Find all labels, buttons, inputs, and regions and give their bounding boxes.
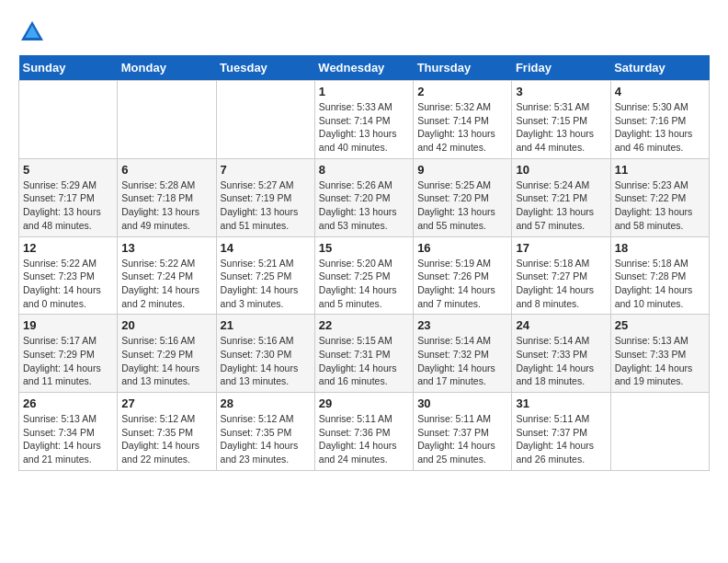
day-number: 20 — [121, 318, 211, 332]
calendar-cell: 14Sunrise: 5:21 AM Sunset: 7:25 PM Dayli… — [216, 236, 314, 315]
day-info: Sunrise: 5:31 AM Sunset: 7:15 PM Dayligh… — [516, 100, 606, 155]
day-number: 16 — [417, 241, 507, 255]
day-info: Sunrise: 5:12 AM Sunset: 7:35 PM Dayligh… — [221, 412, 311, 466]
calendar-cell — [216, 81, 314, 159]
day-number: 22 — [319, 318, 409, 332]
calendar-cell: 5Sunrise: 5:29 AM Sunset: 7:17 PM Daylig… — [19, 158, 118, 236]
calendar-cell: 31Sunrise: 5:11 AM Sunset: 7:37 PM Dayli… — [512, 393, 610, 471]
day-number: 1 — [319, 85, 409, 98]
day-info: Sunrise: 5:13 AM Sunset: 7:33 PM Dayligh… — [615, 334, 705, 388]
day-info: Sunrise: 5:32 AM Sunset: 7:14 PM Dayligh… — [417, 100, 507, 155]
calendar-cell: 13Sunrise: 5:22 AM Sunset: 7:24 PM Dayli… — [118, 236, 216, 315]
day-info: Sunrise: 5:12 AM Sunset: 7:35 PM Dayligh… — [121, 412, 211, 466]
day-info: Sunrise: 5:22 AM Sunset: 7:24 PM Dayligh… — [121, 257, 211, 311]
day-number: 15 — [319, 241, 409, 255]
calendar-cell: 4Sunrise: 5:30 AM Sunset: 7:16 PM Daylig… — [610, 81, 709, 159]
column-header-friday: Friday — [512, 55, 610, 81]
day-info: Sunrise: 5:18 AM Sunset: 7:27 PM Dayligh… — [516, 257, 606, 311]
calendar-cell: 27Sunrise: 5:12 AM Sunset: 7:35 PM Dayli… — [118, 393, 216, 471]
day-info: Sunrise: 5:25 AM Sunset: 7:20 PM Dayligh… — [417, 178, 507, 233]
day-info: Sunrise: 5:20 AM Sunset: 7:25 PM Dayligh… — [319, 257, 409, 311]
day-info: Sunrise: 5:27 AM Sunset: 7:19 PM Dayligh… — [221, 178, 311, 233]
day-info: Sunrise: 5:15 AM Sunset: 7:31 PM Dayligh… — [319, 334, 409, 388]
calendar-cell: 28Sunrise: 5:12 AM Sunset: 7:35 PM Dayli… — [216, 393, 314, 471]
day-info: Sunrise: 5:13 AM Sunset: 7:34 PM Dayligh… — [23, 412, 113, 466]
day-number: 18 — [615, 241, 705, 255]
calendar-cell: 16Sunrise: 5:19 AM Sunset: 7:26 PM Dayli… — [414, 236, 512, 315]
calendar-week-row: 1Sunrise: 5:33 AM Sunset: 7:14 PM Daylig… — [19, 81, 710, 159]
day-info: Sunrise: 5:16 AM Sunset: 7:30 PM Dayligh… — [221, 334, 311, 388]
day-info: Sunrise: 5:28 AM Sunset: 7:18 PM Dayligh… — [121, 178, 211, 233]
calendar-cell: 26Sunrise: 5:13 AM Sunset: 7:34 PM Dayli… — [19, 393, 118, 471]
calendar-cell: 25Sunrise: 5:13 AM Sunset: 7:33 PM Dayli… — [610, 315, 709, 393]
column-header-wednesday: Wednesday — [314, 55, 413, 81]
column-header-thursday: Thursday — [414, 55, 512, 81]
day-number: 28 — [221, 396, 311, 410]
day-number: 19 — [23, 318, 113, 332]
calendar-cell: 20Sunrise: 5:16 AM Sunset: 7:29 PM Dayli… — [118, 315, 216, 393]
day-info: Sunrise: 5:22 AM Sunset: 7:23 PM Dayligh… — [23, 257, 113, 311]
column-header-saturday: Saturday — [610, 55, 709, 81]
day-number: 17 — [516, 241, 606, 255]
day-number: 6 — [121, 163, 211, 177]
day-info: Sunrise: 5:24 AM Sunset: 7:21 PM Dayligh… — [516, 178, 606, 233]
day-info: Sunrise: 5:33 AM Sunset: 7:14 PM Dayligh… — [319, 100, 409, 155]
day-number: 8 — [319, 163, 409, 177]
day-info: Sunrise: 5:14 AM Sunset: 7:32 PM Dayligh… — [417, 334, 507, 388]
column-header-monday: Monday — [118, 55, 216, 81]
day-number: 9 — [417, 163, 507, 177]
calendar-cell — [118, 81, 216, 159]
calendar-cell: 24Sunrise: 5:14 AM Sunset: 7:33 PM Dayli… — [512, 315, 610, 393]
calendar-table: SundayMondayTuesdayWednesdayThursdayFrid… — [18, 55, 710, 471]
day-info: Sunrise: 5:11 AM Sunset: 7:37 PM Dayligh… — [516, 412, 606, 466]
calendar-cell: 17Sunrise: 5:18 AM Sunset: 7:27 PM Dayli… — [512, 236, 610, 315]
day-number: 4 — [615, 85, 705, 98]
day-info: Sunrise: 5:23 AM Sunset: 7:22 PM Dayligh… — [615, 178, 705, 233]
calendar-cell: 19Sunrise: 5:17 AM Sunset: 7:29 PM Dayli… — [19, 315, 118, 393]
day-number: 27 — [121, 396, 211, 410]
logo — [18, 18, 50, 46]
day-number: 3 — [516, 85, 606, 98]
day-info: Sunrise: 5:11 AM Sunset: 7:36 PM Dayligh… — [319, 412, 409, 466]
day-info: Sunrise: 5:19 AM Sunset: 7:26 PM Dayligh… — [417, 257, 507, 311]
calendar-cell: 21Sunrise: 5:16 AM Sunset: 7:30 PM Dayli… — [216, 315, 314, 393]
calendar-cell: 15Sunrise: 5:20 AM Sunset: 7:25 PM Dayli… — [314, 236, 413, 315]
day-info: Sunrise: 5:30 AM Sunset: 7:16 PM Dayligh… — [615, 100, 705, 155]
day-number: 29 — [319, 396, 409, 410]
day-number: 7 — [221, 163, 311, 177]
calendar-cell: 30Sunrise: 5:11 AM Sunset: 7:37 PM Dayli… — [414, 393, 512, 471]
day-number: 10 — [516, 163, 606, 177]
calendar-cell — [19, 81, 118, 159]
day-number: 23 — [417, 318, 507, 332]
calendar-week-row: 12Sunrise: 5:22 AM Sunset: 7:23 PM Dayli… — [19, 236, 710, 315]
day-number: 12 — [23, 241, 113, 255]
page-header — [18, 18, 710, 46]
day-info: Sunrise: 5:18 AM Sunset: 7:28 PM Dayligh… — [615, 257, 705, 311]
day-info: Sunrise: 5:16 AM Sunset: 7:29 PM Dayligh… — [121, 334, 211, 388]
day-number: 14 — [221, 241, 311, 255]
day-number: 30 — [417, 396, 507, 410]
calendar-cell: 22Sunrise: 5:15 AM Sunset: 7:31 PM Dayli… — [314, 315, 413, 393]
calendar-cell: 18Sunrise: 5:18 AM Sunset: 7:28 PM Dayli… — [610, 236, 709, 315]
calendar-cell: 9Sunrise: 5:25 AM Sunset: 7:20 PM Daylig… — [414, 158, 512, 236]
logo-icon — [18, 18, 46, 46]
calendar-week-row: 5Sunrise: 5:29 AM Sunset: 7:17 PM Daylig… — [19, 158, 710, 236]
column-header-tuesday: Tuesday — [216, 55, 314, 81]
calendar-cell: 10Sunrise: 5:24 AM Sunset: 7:21 PM Dayli… — [512, 158, 610, 236]
day-info: Sunrise: 5:26 AM Sunset: 7:20 PM Dayligh… — [319, 178, 409, 233]
calendar-cell: 8Sunrise: 5:26 AM Sunset: 7:20 PM Daylig… — [314, 158, 413, 236]
day-number: 13 — [121, 241, 211, 255]
day-number: 5 — [23, 163, 113, 177]
calendar-cell: 6Sunrise: 5:28 AM Sunset: 7:18 PM Daylig… — [118, 158, 216, 236]
calendar-week-row: 26Sunrise: 5:13 AM Sunset: 7:34 PM Dayli… — [19, 393, 710, 471]
column-header-sunday: Sunday — [19, 55, 118, 81]
day-number: 24 — [516, 318, 606, 332]
day-number: 31 — [516, 396, 606, 410]
calendar-cell — [610, 393, 709, 471]
day-info: Sunrise: 5:21 AM Sunset: 7:25 PM Dayligh… — [221, 257, 311, 311]
calendar-cell: 7Sunrise: 5:27 AM Sunset: 7:19 PM Daylig… — [216, 158, 314, 236]
day-number: 25 — [615, 318, 705, 332]
calendar-cell: 3Sunrise: 5:31 AM Sunset: 7:15 PM Daylig… — [512, 81, 610, 159]
day-number: 11 — [615, 163, 705, 177]
day-info: Sunrise: 5:29 AM Sunset: 7:17 PM Dayligh… — [23, 178, 113, 233]
